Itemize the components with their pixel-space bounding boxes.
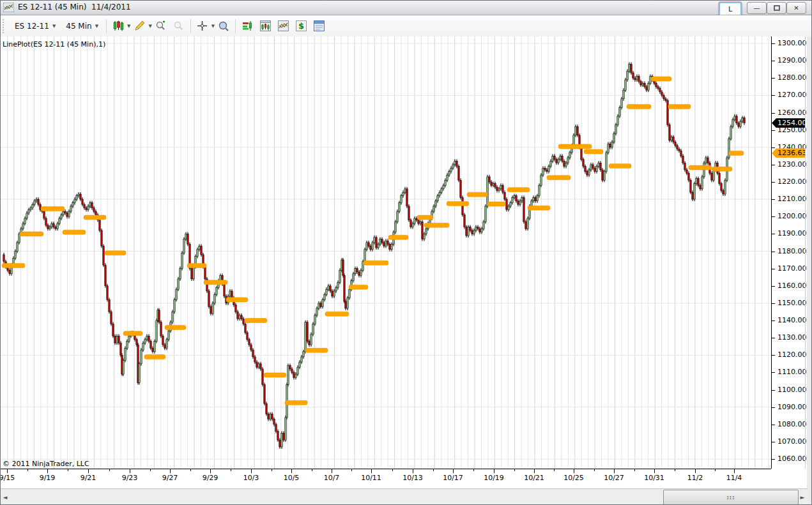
svg-text:$: $ bbox=[298, 21, 304, 31]
time-major-tick bbox=[614, 469, 615, 473]
price-tick bbox=[772, 147, 775, 148]
price-tick-label: 1070.00 bbox=[778, 437, 807, 446]
time-tick-label: 10/17 bbox=[443, 474, 463, 482]
price-tick bbox=[772, 252, 775, 252]
chevron-down-icon: ▼ bbox=[95, 24, 98, 29]
toolbar-separator bbox=[235, 19, 236, 33]
crosshair-icon bbox=[197, 20, 208, 31]
time-tick-label: 9/27 bbox=[162, 474, 178, 482]
price-tick bbox=[772, 78, 775, 79]
price-chart bbox=[1, 36, 771, 471]
restore-button[interactable] bbox=[767, 2, 786, 14]
time-tick-label: 10/13 bbox=[402, 474, 423, 482]
time-minor-tick bbox=[351, 469, 352, 471]
chart-plot-area[interactable]: LinePlot(ES 12-11 (45 Min),1) © 2011 Nin… bbox=[1, 36, 771, 469]
properties-icon bbox=[314, 20, 325, 31]
toolbar: ES 12-11 ▼ 45 Min ▼ ▼ bbox=[1, 15, 811, 37]
instrument-dropdown[interactable]: ES 12-11 ▼ bbox=[10, 19, 61, 33]
price-tick bbox=[772, 182, 775, 183]
chevron-down-icon: ▼ bbox=[52, 24, 56, 29]
price-tick bbox=[772, 320, 775, 321]
time-major-tick bbox=[494, 469, 494, 473]
price-tick bbox=[772, 303, 775, 304]
time-minor-tick bbox=[109, 469, 110, 471]
price-tick-label: 1180.00 bbox=[778, 247, 807, 255]
bar-type-button[interactable] bbox=[110, 18, 126, 34]
time-major-tick bbox=[210, 469, 211, 473]
close-button[interactable]: ✕ bbox=[786, 2, 806, 14]
zoom-out-icon bbox=[173, 20, 185, 32]
scroll-right-arrow[interactable]: ► bbox=[798, 489, 807, 505]
time-axis-line bbox=[1, 469, 771, 469]
window-title: ES 12-11 (45 Min) 11/4/2011 bbox=[18, 3, 131, 11]
time-major-tick bbox=[695, 469, 696, 473]
price-tick bbox=[772, 442, 775, 442]
time-major-tick bbox=[88, 469, 89, 473]
title-bar[interactable]: ES 12-11 (45 Min) 11/4/2011 L — ✕ bbox=[1, 1, 811, 15]
price-tick-label: 1170.00 bbox=[778, 264, 807, 273]
price-axis[interactable]: 1300.001290.001280.001270.001260.001250.… bbox=[771, 36, 808, 469]
price-tick-label: 1100.00 bbox=[778, 386, 807, 394]
time-tick-label: 9/21 bbox=[80, 474, 96, 482]
chevron-down-icon[interactable]: ▼ bbox=[211, 24, 215, 29]
time-tick-label: 10/19 bbox=[484, 474, 504, 482]
time-minor-tick bbox=[150, 469, 151, 471]
price-tick-label: 1060.00 bbox=[778, 455, 807, 463]
bars-panel-button[interactable] bbox=[257, 18, 273, 34]
time-axis[interactable]: 9/159/199/219/239/279/2910/310/510/710/1… bbox=[1, 469, 807, 488]
time-major-tick bbox=[332, 469, 332, 473]
link-button[interactable]: L bbox=[719, 2, 742, 16]
toolbar-separator bbox=[190, 19, 191, 33]
candlestick-icon bbox=[113, 20, 124, 31]
horizontal-scrollbar[interactable]: ◄ ɪɪɪ ► bbox=[1, 488, 808, 505]
drawing-tools-button[interactable] bbox=[131, 18, 148, 34]
price-tick bbox=[772, 61, 775, 61]
price-tick bbox=[772, 390, 775, 391]
time-tick-label: 10/11 bbox=[361, 474, 381, 482]
time-tick-label: 10/31 bbox=[644, 474, 664, 482]
zoom-out-button[interactable] bbox=[171, 18, 187, 34]
time-major-tick bbox=[130, 469, 130, 473]
indicator-value-marker: 1236.63 bbox=[772, 148, 805, 158]
time-minor-tick bbox=[272, 469, 272, 471]
scroll-left-arrow[interactable]: ◄ bbox=[1, 489, 10, 505]
chart-trader-button[interactable] bbox=[239, 18, 256, 34]
instrument-label: ES 12-11 bbox=[15, 22, 49, 31]
price-tick-label: 1080.00 bbox=[778, 420, 807, 428]
price-tick-label: 1230.00 bbox=[778, 160, 807, 169]
time-tick-label: 10/7 bbox=[324, 474, 340, 482]
app-chart-icon bbox=[3, 3, 14, 12]
price-tick-label: 1220.00 bbox=[778, 177, 807, 186]
time-major-tick bbox=[734, 469, 735, 473]
data-box-button[interactable] bbox=[215, 18, 232, 34]
chevron-down-icon[interactable]: ▼ bbox=[148, 24, 151, 29]
minimize-button[interactable]: — bbox=[747, 2, 767, 14]
time-minor-tick bbox=[675, 469, 675, 471]
magnifier-icon bbox=[218, 20, 229, 32]
price-tick-label: 1290.00 bbox=[778, 56, 807, 64]
price-tick bbox=[772, 199, 775, 200]
price-tick bbox=[772, 425, 775, 425]
time-tick-label: 11/2 bbox=[687, 474, 703, 482]
price-tick-label: 1190.00 bbox=[778, 229, 807, 237]
fundamental-data-button[interactable]: $ bbox=[293, 18, 309, 34]
zoom-in-button[interactable] bbox=[153, 18, 169, 34]
time-major-tick bbox=[47, 469, 48, 473]
time-minor-tick bbox=[27, 469, 28, 471]
properties-button[interactable] bbox=[310, 18, 327, 34]
price-tick bbox=[772, 216, 775, 217]
time-major-tick bbox=[534, 469, 535, 473]
price-tick-label: 1130.00 bbox=[778, 333, 807, 342]
price-tick-label: 1120.00 bbox=[778, 350, 807, 359]
toolbar-grip[interactable] bbox=[3, 19, 7, 33]
cursor-mode-button[interactable] bbox=[194, 18, 211, 34]
indicators-button[interactable] bbox=[275, 18, 291, 34]
interval-dropdown[interactable]: 45 Min ▼ bbox=[61, 19, 103, 33]
toolbar-separator bbox=[106, 19, 107, 33]
price-tick-label: 1090.00 bbox=[778, 403, 807, 411]
time-tick-label: 10/25 bbox=[563, 474, 584, 482]
price-tick-label: 1200.00 bbox=[778, 212, 807, 220]
interval-label: 45 Min bbox=[66, 22, 91, 31]
scrollbar-thumb[interactable]: ɪɪɪ bbox=[663, 490, 799, 505]
time-tick-label: 10/3 bbox=[243, 474, 259, 482]
